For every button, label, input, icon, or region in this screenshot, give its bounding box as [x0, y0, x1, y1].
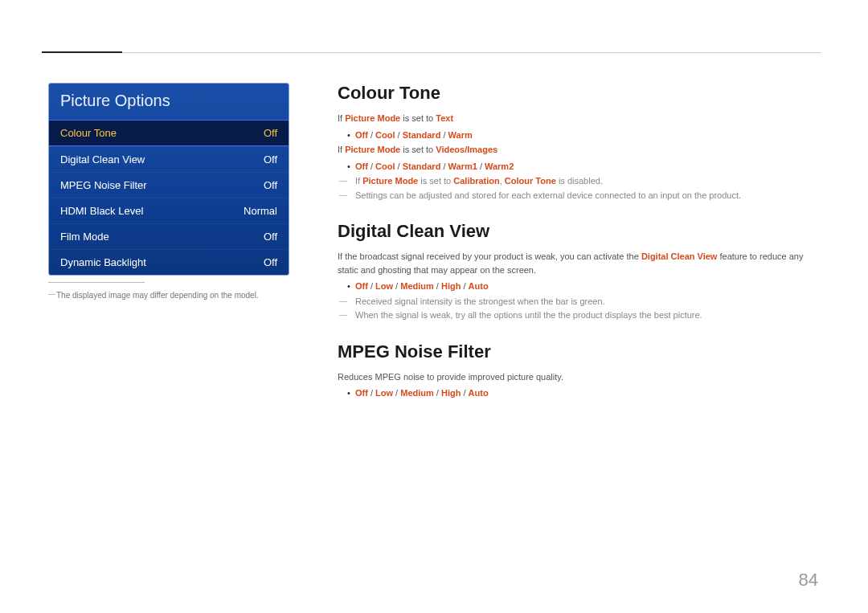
menu-item-label: Colour Tone [60, 127, 117, 139]
menu-item-mpeg-noise-filter[interactable]: MPEG Noise Filter Off [49, 172, 289, 198]
heading-colour-tone: Colour Tone [338, 83, 820, 104]
menu-item-dynamic-backlight[interactable]: Dynamic Backlight Off [49, 249, 289, 275]
left-sidebar: Picture Options Colour Tone Off Digital … [48, 83, 289, 402]
menu-item-label: Digital Clean View [60, 153, 145, 166]
menu-item-label: Dynamic Backlight [60, 256, 146, 268]
ct-note1: If Picture Mode is set to Calibration, C… [338, 174, 820, 188]
menu-item-label: MPEG Noise Filter [60, 179, 147, 191]
menu-item-value: Off [264, 231, 277, 243]
menu-item-value: Off [264, 256, 277, 268]
heading-mpeg: MPEG Noise Filter [338, 341, 820, 362]
menu-item-value: Off [264, 179, 277, 191]
dcv-note2: When the signal is weak, try all the opt… [338, 309, 820, 322]
content-column: Colour Tone If Picture Mode is set to Te… [338, 83, 820, 402]
heading-dcv: Digital Clean View [338, 221, 820, 242]
menu-item-value: Off [264, 127, 277, 139]
menu-item-label: HDMI Black Level [60, 205, 143, 217]
menu-item-hdmi-black-level[interactable]: HDMI Black Level Normal [49, 198, 289, 223]
menu-item-value: Off [264, 153, 277, 166]
ct-opts1: Off / Cool / Standard / Warm [338, 129, 820, 143]
menu-item-colour-tone[interactable]: Colour Tone Off [49, 120, 289, 146]
menu-item-value: Normal [244, 205, 277, 217]
mpeg-opts: Off / Low / Medium / High / Auto [338, 386, 820, 401]
dcv-opts: Off / Low / Medium / High / Auto [338, 280, 820, 294]
dcv-body: If the broadcast signal received by your… [338, 250, 820, 276]
mpeg-body: Reduces MPEG noise to provide improved p… [338, 370, 820, 384]
page-number: 84 [799, 570, 818, 591]
menu-item-label: Film Mode [60, 231, 109, 243]
picture-options-menu: Picture Options Colour Tone Off Digital … [48, 83, 289, 276]
image-disclaimer: The displayed image may differ depending… [48, 291, 289, 300]
menu-title: Picture Options [49, 84, 289, 120]
ct-opts2: Off / Cool / Standard / Warm1 / Warm2 [338, 160, 820, 174]
ct-line2: If Picture Mode is set to Videos/Images [338, 143, 820, 157]
ct-note2: Settings can be adjusted and stored for … [338, 189, 820, 202]
ct-line1: If Picture Mode is set to Text [338, 112, 820, 125]
dcv-note1: Received signal intensity is the stronge… [338, 295, 820, 309]
menu-item-film-mode[interactable]: Film Mode Off [49, 223, 289, 249]
menu-item-digital-clean-view[interactable]: Digital Clean View Off [49, 146, 289, 172]
